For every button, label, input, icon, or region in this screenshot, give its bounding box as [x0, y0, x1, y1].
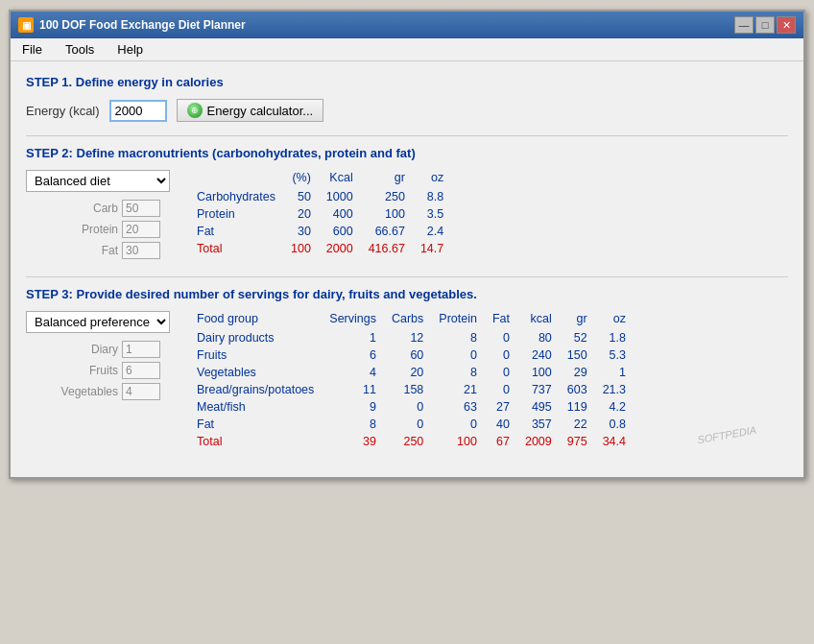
diet-type-dropdown[interactable]: Balanced diet Custom — [26, 170, 170, 192]
table-row: Vegetables 4 20 8 0 100 29 1 — [189, 364, 634, 381]
col-kcal: kcal — [517, 311, 560, 329]
table-row: Meat/fish 9 0 63 27 495 119 4.2 — [189, 398, 634, 416]
fruits-label: Fruits — [70, 364, 118, 377]
fruits-input[interactable] — [122, 362, 160, 379]
col-gr: gr — [560, 311, 595, 329]
energy-calculator-button[interactable]: ⊕ Energy calculator... — [177, 99, 324, 122]
row-gr: 66.67 — [361, 223, 413, 240]
fg-name: Fruits — [189, 346, 322, 364]
row-oz: 2.4 — [413, 223, 451, 240]
col-carbs: Carbs — [384, 311, 431, 329]
protein-label: Protein — [70, 223, 118, 236]
table-row: Carbohydrates 50 1000 250 8.8 — [189, 188, 451, 205]
window-title: 100 DOF Food Exchange Diet Planner — [39, 18, 246, 32]
row-name: Carbohydrates — [189, 188, 283, 205]
fat-label: Fat — [70, 244, 118, 257]
row-kcal: 400 — [319, 205, 361, 223]
energy-label: Energy (kcal) — [26, 104, 100, 118]
row-name: Fat — [189, 223, 283, 240]
minimize-button[interactable]: — — [734, 16, 754, 34]
step3-header: STEP 3: Provide desired number of servin… — [26, 287, 788, 301]
vegetables-input[interactable] — [122, 383, 160, 400]
total-oz: 14.7 — [413, 240, 451, 257]
col-oz: oz — [595, 311, 634, 329]
diary-input[interactable] — [122, 341, 160, 358]
macronutrients-table: (%) Kcal gr oz Carbohydrates 50 1000 — [189, 170, 451, 257]
total-label: Total — [189, 240, 283, 257]
table-row: Dairy products 1 12 8 0 80 52 1.8 — [189, 329, 634, 346]
row-name: Protein — [189, 205, 283, 223]
row-gr: 250 — [361, 188, 413, 205]
row-pct: 30 — [283, 223, 319, 240]
col-servings: Servings — [322, 311, 384, 329]
col-oz: oz — [413, 170, 451, 188]
menu-file[interactable]: File — [16, 40, 48, 59]
row-pct: 50 — [283, 188, 319, 205]
step3-section: STEP 3: Provide desired number of servin… — [26, 287, 788, 450]
fg-name: Dairy products — [189, 329, 322, 346]
protein-input[interactable] — [122, 221, 160, 238]
row-oz: 3.5 — [413, 205, 451, 223]
table-row: Bread/grains/potatoes 11 158 21 0 737 60… — [189, 381, 634, 398]
total-row: Total 100 2000 416.67 14.7 — [189, 240, 451, 257]
maximize-button[interactable]: □ — [755, 16, 775, 34]
step1-header: STEP 1. Define energy in calories — [26, 75, 788, 89]
step2-section: STEP 2: Define macronutrients (carbonohy… — [26, 146, 788, 263]
col-gr: gr — [361, 170, 413, 188]
table-row: Fat 30 600 66.67 2.4 — [189, 223, 451, 240]
row-gr: 100 — [361, 205, 413, 223]
row-kcal: 600 — [319, 223, 361, 240]
col-pct: (%) — [283, 170, 319, 188]
total-gr: 416.67 — [361, 240, 413, 257]
carb-label: Carb — [70, 202, 118, 215]
fg-name: Vegetables — [189, 364, 322, 381]
app-icon: ▣ — [18, 17, 34, 33]
energy-input[interactable] — [109, 100, 167, 122]
col-protein: Protein — [431, 311, 485, 329]
row-kcal: 1000 — [319, 188, 361, 205]
total-kcal: 2000 — [319, 240, 361, 257]
title-bar: ▣ 100 DOF Food Exchange Diet Planner — □… — [11, 12, 803, 38]
table-row: Fruits 6 60 0 0 240 150 5.3 — [189, 346, 634, 364]
fg-name: Bread/grains/potatoes — [189, 381, 322, 398]
table-row: Fat 8 0 0 40 357 22 0.8 — [189, 416, 634, 433]
row-oz: 8.8 — [413, 188, 451, 205]
preferences-dropdown[interactable]: Balanced preferences Custom — [26, 311, 170, 333]
col-fat: Fat — [485, 311, 517, 329]
step1-section: STEP 1. Define energy in calories Energy… — [26, 75, 788, 122]
row-pct: 20 — [283, 205, 319, 223]
col-kcal: Kcal — [319, 170, 361, 188]
vegetables-label: Vegetables — [61, 385, 118, 398]
close-button[interactable]: ✕ — [777, 16, 796, 34]
total-pct: 100 — [283, 240, 319, 257]
menubar: File Tools Help — [11, 38, 803, 61]
carb-input[interactable] — [122, 200, 160, 217]
menu-help[interactable]: Help — [111, 40, 149, 59]
col-food-group: Food group — [189, 311, 322, 329]
fg-name: Meat/fish — [189, 398, 322, 416]
total-label: Total — [189, 433, 322, 450]
table-row: Protein 20 400 100 3.5 — [189, 205, 451, 223]
food-groups-table: Food group Servings Carbs Protein Fat kc… — [189, 311, 634, 450]
diary-label: Diary — [70, 343, 118, 356]
menu-tools[interactable]: Tools — [60, 40, 100, 59]
fg-name: Fat — [189, 416, 322, 433]
step2-header: STEP 2: Define macronutrients (carbonohy… — [26, 146, 788, 160]
fat-input[interactable] — [122, 242, 160, 259]
total-row: Total 39 250 100 67 2009 975 34.4 — [189, 433, 634, 450]
col-name — [189, 170, 283, 188]
calculator-icon: ⊕ — [187, 103, 203, 118]
